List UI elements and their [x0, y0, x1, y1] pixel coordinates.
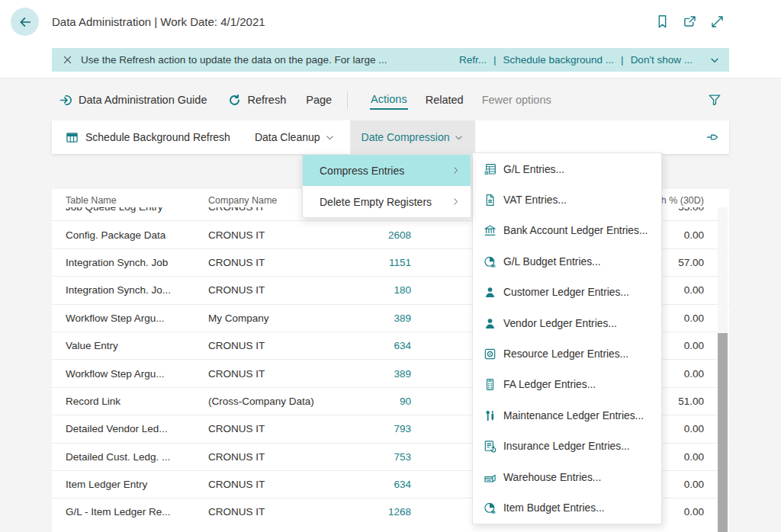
submenu-item-label: G/L Budget Entries...	[503, 256, 601, 268]
cell-table-name: Value Entry	[66, 340, 208, 351]
open-in-window-icon[interactable]	[683, 14, 697, 29]
header-icons	[655, 0, 725, 43]
notification-message: Use the Refresh action to update the dat…	[81, 54, 387, 66]
cell-table-name: G/L - Item Ledger Re...	[66, 506, 208, 518]
cell-company-name: (Cross-Company Data)	[208, 396, 347, 407]
submenu-item-label: Warehouse Entries...	[503, 472, 601, 483]
back-arrow-icon	[18, 15, 32, 29]
cell-records-link[interactable]: 389	[347, 312, 411, 324]
notification-link[interactable]: Refr...	[459, 54, 487, 66]
close-icon[interactable]	[63, 55, 72, 65]
submenu-item-label: G/L Entries...	[503, 164, 564, 175]
cell-records-link[interactable]: 1268	[347, 506, 411, 518]
submenu-item[interactable]: Resource Ledger Entries...	[473, 338, 661, 369]
data-cleanup-menu-button[interactable]: Data Cleanup	[255, 131, 335, 143]
cell-table-name: Integration Synch. Job	[66, 257, 208, 268]
page-title: Data Administration | Work Date: 4/1/202…	[52, 0, 265, 43]
refresh-button[interactable]: Refresh	[228, 94, 286, 107]
pin-icon[interactable]	[706, 131, 719, 144]
chevron-right-icon	[451, 165, 461, 175]
pie-icon	[484, 255, 497, 268]
cell-company-name: CRONUS IT	[208, 340, 347, 351]
tools-icon	[484, 409, 497, 422]
submenu-item[interactable]: G/L Budget Entries...	[473, 246, 661, 277]
cell-company-name: CRONUS IT	[208, 257, 347, 268]
cell-company-name: My Company	[208, 312, 347, 324]
cell-records-link[interactable]: 90	[347, 396, 411, 407]
submenu-item[interactable]: Bank Account Ledger Entries...	[473, 216, 661, 246]
menubar-fewer-options[interactable]: Fewer options	[482, 94, 551, 106]
data-administration-guide-button[interactable]: Data Administration Guide	[59, 94, 207, 107]
submenu-item[interactable]: VAT Entries...	[473, 184, 661, 215]
submenu-item-label: Customer Ledger Entries...	[503, 287, 629, 298]
document-icon	[484, 194, 497, 207]
cell-company-name: CRONUS IT	[208, 506, 347, 518]
cell-records-link[interactable]: 634	[347, 340, 411, 351]
submenu-item[interactable]: Warehouse Entries...	[473, 462, 661, 492]
submenu-item[interactable]: Item Budget Entries...	[473, 492, 661, 523]
refresh-icon	[228, 94, 241, 107]
notification-link[interactable]: Schedule background ...	[503, 54, 615, 66]
bank-icon	[484, 224, 497, 237]
submenu-item-label: Maintenance Ledger Entries...	[503, 410, 644, 421]
cell-table-name: Config. Package Data	[66, 229, 208, 241]
dropdown-item[interactable]: Compress Entries	[303, 155, 471, 186]
cell-table-name: Job Queue Log Entry	[66, 207, 208, 213]
person-icon	[484, 317, 497, 330]
box-gear-icon	[484, 348, 497, 361]
menubar-actions-tab[interactable]: Actions	[370, 90, 408, 110]
cell-table-name: Integration Synch. Jo...	[66, 284, 208, 296]
chevron-down-icon	[325, 133, 335, 143]
submenu-item[interactable]: G/L Entries...	[473, 154, 661, 184]
menubar-related-tab[interactable]: Related	[426, 94, 464, 106]
submenu-item[interactable]: Customer Ledger Entries...	[473, 277, 661, 308]
scrollbar-thumb[interactable]	[718, 333, 728, 532]
cell-table-name: Workflow Step Argu...	[66, 368, 208, 380]
scrollbar-track[interactable]	[718, 207, 728, 532]
chevron-down-icon	[454, 133, 464, 143]
dropdown-item[interactable]: Delete Empty Registers	[303, 186, 471, 217]
cell-records-link[interactable]: 180	[347, 284, 411, 296]
cell-company-name: CRONUS IT	[208, 451, 347, 463]
bookmark-icon[interactable]	[655, 14, 670, 29]
submenu-item[interactable]: Maintenance Ledger Entries...	[473, 400, 661, 431]
chevron-down-icon[interactable]	[709, 55, 720, 66]
submenu-item-label: Insurance Ledger Entries...	[503, 441, 630, 452]
action-panel: Schedule Background Refresh Data Cleanup…	[52, 120, 729, 154]
cell-records-link[interactable]: 753	[347, 451, 411, 463]
submenu-item-label: Resource Ledger Entries...	[503, 348, 628, 360]
ledger-icon	[484, 163, 497, 176]
cell-records-link[interactable]: 634	[347, 479, 411, 490]
cell-table-name: Detailed Vendor Led...	[66, 423, 208, 434]
cell-records-link[interactable]: 1151	[347, 257, 411, 268]
submenu-item[interactable]: Vendor Ledger Entries...	[473, 308, 661, 338]
filter-icon[interactable]	[708, 93, 722, 107]
person-icon	[484, 286, 497, 299]
notification-link-separator: |	[621, 54, 624, 66]
cell-company-name: CRONUS IT	[208, 284, 347, 296]
schedule-background-refresh-button[interactable]: Schedule Background Refresh	[66, 131, 230, 144]
cell-company-name: CRONUS IT	[208, 368, 347, 380]
cell-records-link[interactable]: 2608	[347, 229, 411, 241]
cell-table-name: Detailed Cust. Ledg. ...	[66, 451, 208, 463]
cell-table-name: Record Link	[66, 396, 208, 407]
date-compression-dropdown: Compress EntriesDelete Empty Registers	[302, 154, 471, 218]
notification-link-separator: |	[493, 54, 497, 66]
back-button[interactable]	[11, 8, 39, 36]
menubar-page[interactable]: Page	[306, 94, 332, 106]
menubar-divider	[347, 91, 348, 109]
guide-arrow-icon	[59, 94, 72, 107]
submenu-item[interactable]: FA Ledger Entries...	[473, 370, 661, 400]
cell-records-link[interactable]: 389	[347, 368, 411, 380]
table-grid-icon	[66, 131, 79, 144]
cell-table-name: Item Ledger Entry	[66, 479, 208, 490]
compress-entries-submenu: G/L Entries...VAT Entries...Bank Account…	[472, 152, 662, 524]
submenu-item-label: Vendor Ledger Entries...	[503, 318, 617, 329]
notification-link[interactable]: Don't show ...	[631, 54, 693, 66]
submenu-item-label: VAT Entries...	[503, 194, 567, 206]
column-header-table-name[interactable]: Table Name	[66, 195, 208, 206]
date-compression-menu-button[interactable]: Date Compression	[350, 120, 476, 154]
expand-icon[interactable]	[710, 14, 725, 29]
submenu-item[interactable]: Insurance Ledger Entries...	[473, 431, 661, 462]
cell-records-link[interactable]: 793	[347, 423, 411, 434]
